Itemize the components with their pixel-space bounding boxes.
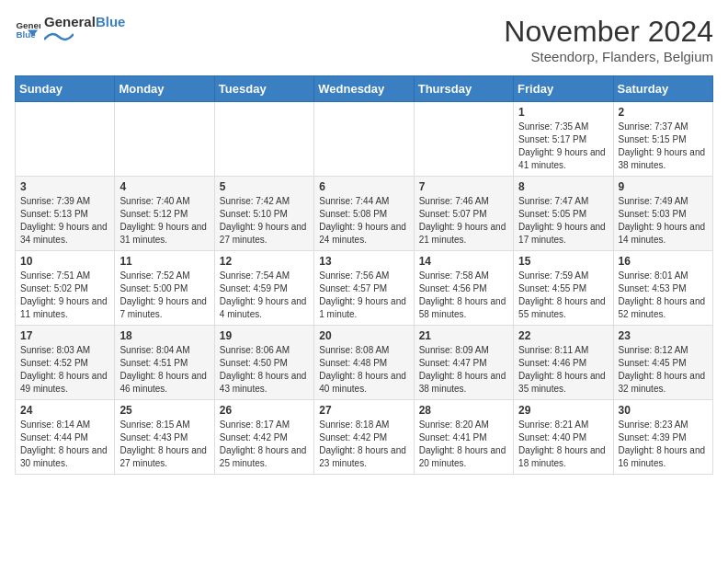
table-row: 13Sunrise: 7:56 AM Sunset: 4:57 PM Dayli… bbox=[314, 251, 414, 326]
calendar-header-row: Sunday Monday Tuesday Wednesday Thursday… bbox=[16, 76, 713, 102]
calendar-week-row: 1Sunrise: 7:35 AM Sunset: 5:17 PM Daylig… bbox=[16, 102, 713, 177]
table-row: 20Sunrise: 8:08 AM Sunset: 4:48 PM Dayli… bbox=[314, 326, 414, 400]
table-row: 7Sunrise: 7:46 AM Sunset: 5:07 PM Daylig… bbox=[414, 177, 513, 251]
calendar-week-row: 10Sunrise: 7:51 AM Sunset: 5:02 PM Dayli… bbox=[16, 251, 713, 326]
day-info: Sunrise: 7:56 AM Sunset: 4:57 PM Dayligh… bbox=[319, 270, 408, 321]
day-number: 9 bbox=[619, 180, 708, 193]
table-row: 16Sunrise: 8:01 AM Sunset: 4:53 PM Dayli… bbox=[613, 251, 712, 326]
day-number: 28 bbox=[419, 404, 508, 417]
day-number: 12 bbox=[220, 255, 309, 268]
calendar-table: Sunday Monday Tuesday Wednesday Thursday… bbox=[15, 75, 713, 475]
day-info: Sunrise: 8:14 AM Sunset: 4:44 PM Dayligh… bbox=[20, 419, 109, 470]
day-number: 13 bbox=[319, 255, 408, 268]
table-row bbox=[16, 102, 115, 177]
calendar-week-row: 3Sunrise: 7:39 AM Sunset: 5:13 PM Daylig… bbox=[16, 177, 713, 251]
day-number: 22 bbox=[518, 329, 608, 342]
table-row: 15Sunrise: 7:59 AM Sunset: 4:55 PM Dayli… bbox=[514, 251, 613, 326]
page-header: General Blue GeneralBlue November 2024 S… bbox=[15, 15, 713, 64]
header-sunday: Sunday bbox=[16, 76, 115, 102]
header-thursday: Thursday bbox=[414, 76, 513, 102]
table-row: 25Sunrise: 8:15 AM Sunset: 4:43 PM Dayli… bbox=[115, 400, 214, 475]
day-info: Sunrise: 8:06 AM Sunset: 4:50 PM Dayligh… bbox=[220, 344, 309, 396]
table-row: 1Sunrise: 7:35 AM Sunset: 5:17 PM Daylig… bbox=[514, 102, 613, 177]
day-number: 24 bbox=[20, 404, 109, 417]
day-info: Sunrise: 7:40 AM Sunset: 5:12 PM Dayligh… bbox=[119, 195, 209, 247]
day-info: Sunrise: 7:44 AM Sunset: 5:08 PM Dayligh… bbox=[319, 195, 408, 247]
day-number: 29 bbox=[518, 404, 608, 417]
logo: General Blue GeneralBlue bbox=[15, 15, 125, 43]
table-row: 22Sunrise: 8:11 AM Sunset: 4:46 PM Dayli… bbox=[514, 326, 613, 400]
logo-general: General bbox=[44, 14, 96, 29]
day-info: Sunrise: 8:15 AM Sunset: 4:43 PM Dayligh… bbox=[119, 419, 209, 470]
day-info: Sunrise: 7:52 AM Sunset: 5:00 PM Dayligh… bbox=[119, 270, 209, 321]
day-number: 17 bbox=[20, 329, 109, 342]
day-number: 1 bbox=[518, 106, 608, 119]
day-number: 16 bbox=[619, 255, 708, 268]
day-number: 27 bbox=[319, 404, 408, 417]
title-block: November 2024 Steendorp, Flanders, Belgi… bbox=[504, 15, 713, 64]
calendar-week-row: 17Sunrise: 8:03 AM Sunset: 4:52 PM Dayli… bbox=[16, 326, 713, 400]
day-info: Sunrise: 8:08 AM Sunset: 4:48 PM Dayligh… bbox=[319, 344, 408, 396]
header-wednesday: Wednesday bbox=[314, 76, 414, 102]
table-row: 6Sunrise: 7:44 AM Sunset: 5:08 PM Daylig… bbox=[314, 177, 414, 251]
table-row: 14Sunrise: 7:58 AM Sunset: 4:56 PM Dayli… bbox=[414, 251, 513, 326]
day-info: Sunrise: 7:46 AM Sunset: 5:07 PM Dayligh… bbox=[419, 195, 508, 247]
table-row: 3Sunrise: 7:39 AM Sunset: 5:13 PM Daylig… bbox=[16, 177, 115, 251]
table-row: 21Sunrise: 8:09 AM Sunset: 4:47 PM Dayli… bbox=[414, 326, 513, 400]
table-row bbox=[115, 102, 214, 177]
day-info: Sunrise: 7:37 AM Sunset: 5:15 PM Dayligh… bbox=[619, 121, 708, 172]
day-number: 26 bbox=[220, 404, 309, 417]
table-row: 10Sunrise: 7:51 AM Sunset: 5:02 PM Dayli… bbox=[16, 251, 115, 326]
day-number: 6 bbox=[319, 180, 408, 193]
table-row: 12Sunrise: 7:54 AM Sunset: 4:59 PM Dayli… bbox=[214, 251, 313, 326]
table-row bbox=[314, 102, 414, 177]
table-row bbox=[414, 102, 513, 177]
header-monday: Monday bbox=[115, 76, 214, 102]
page-title: November 2024 bbox=[504, 15, 713, 49]
day-info: Sunrise: 8:04 AM Sunset: 4:51 PM Dayligh… bbox=[119, 344, 209, 396]
day-number: 21 bbox=[419, 329, 508, 342]
header-tuesday: Tuesday bbox=[214, 76, 313, 102]
table-row: 27Sunrise: 8:18 AM Sunset: 4:42 PM Dayli… bbox=[314, 400, 414, 475]
day-number: 15 bbox=[518, 255, 608, 268]
day-info: Sunrise: 7:59 AM Sunset: 4:55 PM Dayligh… bbox=[518, 270, 608, 321]
table-row: 26Sunrise: 8:17 AM Sunset: 4:42 PM Dayli… bbox=[214, 400, 313, 475]
day-number: 19 bbox=[220, 329, 309, 342]
day-info: Sunrise: 7:47 AM Sunset: 5:05 PM Dayligh… bbox=[518, 195, 608, 247]
day-info: Sunrise: 8:09 AM Sunset: 4:47 PM Dayligh… bbox=[419, 344, 508, 396]
table-row: 24Sunrise: 8:14 AM Sunset: 4:44 PM Dayli… bbox=[16, 400, 115, 475]
header-saturday: Saturday bbox=[613, 76, 712, 102]
table-row: 2Sunrise: 7:37 AM Sunset: 5:15 PM Daylig… bbox=[613, 102, 712, 177]
logo-blue: Blue bbox=[96, 14, 126, 29]
table-row: 9Sunrise: 7:49 AM Sunset: 5:03 PM Daylig… bbox=[613, 177, 712, 251]
day-info: Sunrise: 8:20 AM Sunset: 4:41 PM Dayligh… bbox=[419, 419, 508, 470]
table-row: 11Sunrise: 7:52 AM Sunset: 5:00 PM Dayli… bbox=[115, 251, 214, 326]
day-number: 3 bbox=[20, 180, 109, 193]
table-row: 4Sunrise: 7:40 AM Sunset: 5:12 PM Daylig… bbox=[115, 177, 214, 251]
table-row: 30Sunrise: 8:23 AM Sunset: 4:39 PM Dayli… bbox=[613, 400, 712, 475]
day-number: 20 bbox=[319, 329, 408, 342]
table-row: 19Sunrise: 8:06 AM Sunset: 4:50 PM Dayli… bbox=[214, 326, 313, 400]
table-row: 29Sunrise: 8:21 AM Sunset: 4:40 PM Dayli… bbox=[514, 400, 613, 475]
day-info: Sunrise: 8:23 AM Sunset: 4:39 PM Dayligh… bbox=[619, 419, 708, 470]
table-row bbox=[214, 102, 313, 177]
svg-text:Blue: Blue bbox=[16, 29, 36, 40]
table-row: 23Sunrise: 8:12 AM Sunset: 4:45 PM Dayli… bbox=[613, 326, 712, 400]
logo-icon: General Blue bbox=[15, 16, 40, 41]
table-row: 8Sunrise: 7:47 AM Sunset: 5:05 PM Daylig… bbox=[514, 177, 613, 251]
table-row: 5Sunrise: 7:42 AM Sunset: 5:10 PM Daylig… bbox=[214, 177, 313, 251]
day-info: Sunrise: 7:51 AM Sunset: 5:02 PM Dayligh… bbox=[20, 270, 109, 321]
page-subtitle: Steendorp, Flanders, Belgium bbox=[504, 49, 713, 64]
day-number: 5 bbox=[220, 180, 309, 193]
day-number: 7 bbox=[419, 180, 508, 193]
header-friday: Friday bbox=[514, 76, 613, 102]
day-number: 30 bbox=[619, 404, 708, 417]
day-info: Sunrise: 8:21 AM Sunset: 4:40 PM Dayligh… bbox=[518, 419, 608, 470]
table-row: 17Sunrise: 8:03 AM Sunset: 4:52 PM Dayli… bbox=[16, 326, 115, 400]
table-row: 28Sunrise: 8:20 AM Sunset: 4:41 PM Dayli… bbox=[414, 400, 513, 475]
day-number: 25 bbox=[119, 404, 209, 417]
day-number: 2 bbox=[619, 106, 708, 119]
day-info: Sunrise: 7:42 AM Sunset: 5:10 PM Dayligh… bbox=[220, 195, 309, 247]
day-info: Sunrise: 8:12 AM Sunset: 4:45 PM Dayligh… bbox=[619, 344, 708, 396]
logo-wave-icon bbox=[44, 30, 74, 43]
